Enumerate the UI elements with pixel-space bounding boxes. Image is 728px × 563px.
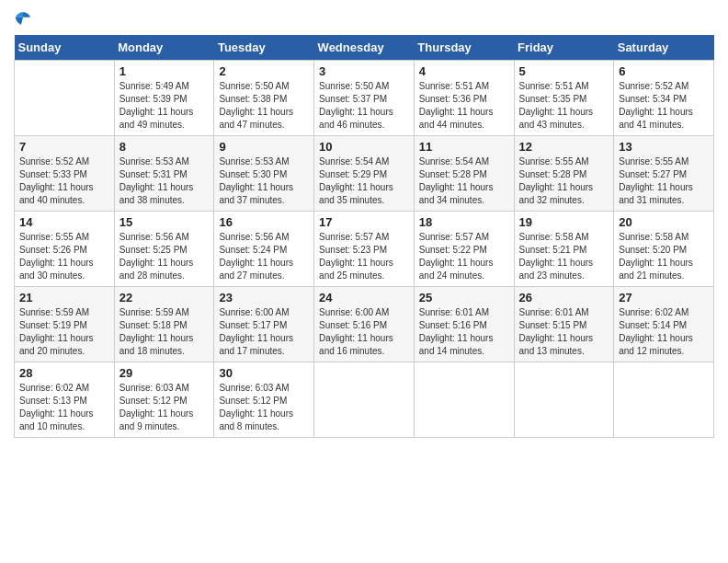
day-number: 5: [519, 64, 609, 78]
day-info: Sunrise: 6:03 AMSunset: 5:12 PMDaylight:…: [119, 382, 210, 433]
calendar-day-cell: [514, 362, 614, 438]
calendar-day-cell: 24Sunrise: 6:00 AMSunset: 5:16 PMDayligh…: [314, 287, 415, 362]
day-info: Sunrise: 5:51 AMSunset: 5:36 PMDaylight:…: [419, 80, 509, 132]
calendar-day-cell: 18Sunrise: 5:57 AMSunset: 5:22 PMDayligh…: [414, 212, 514, 287]
calendar-week-row: 14Sunrise: 5:55 AMSunset: 5:26 PMDayligh…: [15, 212, 714, 287]
day-info: Sunrise: 6:00 AMSunset: 5:16 PMDaylight:…: [319, 306, 409, 358]
day-of-week-header: Saturday: [614, 35, 714, 61]
day-info: Sunrise: 5:56 AMSunset: 5:24 PMDaylight:…: [219, 231, 309, 282]
day-number: 11: [419, 140, 509, 154]
calendar-day-cell: 20Sunrise: 5:58 AMSunset: 5:20 PMDayligh…: [614, 212, 714, 287]
day-info: Sunrise: 5:53 AMSunset: 5:31 PMDaylight:…: [119, 155, 210, 207]
day-number: 18: [419, 215, 509, 229]
day-info: Sunrise: 5:52 AMSunset: 5:33 PMDaylight:…: [19, 155, 109, 207]
day-info: Sunrise: 5:54 AMSunset: 5:29 PMDaylight:…: [319, 155, 409, 207]
day-number: 19: [519, 215, 609, 229]
calendar-day-cell: 1Sunrise: 5:49 AMSunset: 5:39 PMDaylight…: [114, 61, 214, 136]
day-number: 1: [119, 64, 210, 78]
day-info: Sunrise: 5:59 AMSunset: 5:18 PMDaylight:…: [119, 306, 210, 358]
day-info: Sunrise: 5:59 AMSunset: 5:19 PMDaylight:…: [19, 306, 109, 358]
calendar-day-cell: 6Sunrise: 5:52 AMSunset: 5:34 PMDaylight…: [614, 61, 714, 136]
day-info: Sunrise: 5:50 AMSunset: 5:38 PMDaylight:…: [219, 80, 309, 132]
day-info: Sunrise: 5:49 AMSunset: 5:39 PMDaylight:…: [119, 80, 210, 132]
day-number: 12: [519, 140, 609, 154]
day-info: Sunrise: 5:55 AMSunset: 5:27 PMDaylight:…: [619, 155, 709, 207]
calendar-day-cell: 11Sunrise: 5:54 AMSunset: 5:28 PMDayligh…: [414, 136, 514, 212]
calendar-day-cell: 13Sunrise: 5:55 AMSunset: 5:27 PMDayligh…: [614, 136, 714, 212]
calendar-day-cell: 3Sunrise: 5:50 AMSunset: 5:37 PMDaylight…: [314, 61, 415, 136]
day-of-week-header: Wednesday: [314, 35, 415, 61]
calendar-day-cell: 7Sunrise: 5:52 AMSunset: 5:33 PMDaylight…: [15, 136, 115, 212]
day-number: 29: [119, 366, 210, 380]
calendar-day-cell: [414, 362, 514, 438]
day-number: 14: [19, 215, 109, 229]
day-info: Sunrise: 6:02 AMSunset: 5:14 PMDaylight:…: [619, 306, 709, 358]
day-info: Sunrise: 5:57 AMSunset: 5:22 PMDaylight:…: [419, 231, 509, 282]
day-number: 16: [219, 215, 309, 229]
day-number: 9: [219, 140, 309, 154]
day-number: 23: [219, 291, 309, 304]
day-info: Sunrise: 5:56 AMSunset: 5:25 PMDaylight:…: [119, 231, 210, 282]
day-number: 13: [619, 140, 709, 154]
calendar-day-cell: 21Sunrise: 5:59 AMSunset: 5:19 PMDayligh…: [15, 287, 115, 362]
page-container: SundayMondayTuesdayWednesdayThursdayFrid…: [0, 0, 728, 447]
calendar-week-row: 21Sunrise: 5:59 AMSunset: 5:19 PMDayligh…: [15, 287, 714, 362]
day-number: 21: [19, 291, 109, 304]
day-info: Sunrise: 5:57 AMSunset: 5:23 PMDaylight:…: [319, 231, 409, 282]
calendar-day-cell: 5Sunrise: 5:51 AMSunset: 5:35 PMDaylight…: [514, 61, 614, 136]
calendar-day-cell: 22Sunrise: 5:59 AMSunset: 5:18 PMDayligh…: [114, 287, 214, 362]
day-number: 27: [619, 291, 709, 304]
day-number: 15: [119, 215, 210, 229]
day-info: Sunrise: 6:01 AMSunset: 5:15 PMDaylight:…: [519, 306, 609, 358]
day-info: Sunrise: 5:51 AMSunset: 5:35 PMDaylight:…: [519, 80, 609, 132]
day-of-week-header: Sunday: [15, 35, 115, 61]
day-info: Sunrise: 6:03 AMSunset: 5:12 PMDaylight:…: [219, 382, 309, 433]
day-info: Sunrise: 6:01 AMSunset: 5:16 PMDaylight:…: [419, 306, 509, 358]
day-number: 2: [219, 64, 309, 78]
day-info: Sunrise: 6:00 AMSunset: 5:17 PMDaylight:…: [219, 306, 309, 358]
day-info: Sunrise: 5:54 AMSunset: 5:28 PMDaylight:…: [419, 155, 509, 207]
calendar-day-cell: 15Sunrise: 5:56 AMSunset: 5:25 PMDayligh…: [114, 212, 214, 287]
day-info: Sunrise: 5:58 AMSunset: 5:21 PMDaylight:…: [519, 231, 609, 282]
calendar-day-cell: 8Sunrise: 5:53 AMSunset: 5:31 PMDaylight…: [114, 136, 214, 212]
day-number: 26: [519, 291, 609, 304]
calendar-day-cell: 29Sunrise: 6:03 AMSunset: 5:12 PMDayligh…: [114, 362, 214, 438]
calendar-week-row: 28Sunrise: 6:02 AMSunset: 5:13 PMDayligh…: [15, 362, 714, 438]
day-number: 30: [219, 366, 309, 380]
day-info: Sunrise: 5:55 AMSunset: 5:28 PMDaylight:…: [519, 155, 609, 207]
day-number: 4: [419, 64, 509, 78]
day-number: 17: [319, 215, 409, 229]
day-of-week-header: Tuesday: [214, 35, 314, 61]
calendar-header-row: SundayMondayTuesdayWednesdayThursdayFrid…: [15, 35, 714, 61]
calendar-day-cell: 30Sunrise: 6:03 AMSunset: 5:12 PMDayligh…: [214, 362, 314, 438]
day-of-week-header: Monday: [114, 35, 214, 61]
calendar-day-cell: 23Sunrise: 6:00 AMSunset: 5:17 PMDayligh…: [214, 287, 314, 362]
day-info: Sunrise: 5:52 AMSunset: 5:34 PMDaylight:…: [619, 80, 709, 132]
calendar-day-cell: 14Sunrise: 5:55 AMSunset: 5:26 PMDayligh…: [15, 212, 115, 287]
calendar-day-cell: [15, 61, 115, 136]
day-number: 10: [319, 140, 409, 154]
logo: [14, 9, 36, 28]
day-info: Sunrise: 6:02 AMSunset: 5:13 PMDaylight:…: [19, 382, 109, 433]
calendar-day-cell: 16Sunrise: 5:56 AMSunset: 5:24 PMDayligh…: [214, 212, 314, 287]
calendar-day-cell: [614, 362, 714, 438]
calendar-day-cell: 10Sunrise: 5:54 AMSunset: 5:29 PMDayligh…: [314, 136, 415, 212]
day-number: 24: [319, 291, 409, 304]
calendar-table: SundayMondayTuesdayWednesdayThursdayFrid…: [14, 35, 714, 438]
calendar-day-cell: [314, 362, 415, 438]
day-number: 3: [319, 64, 409, 78]
day-number: 25: [419, 291, 509, 304]
day-number: 28: [19, 366, 109, 380]
day-of-week-header: Thursday: [414, 35, 514, 61]
header: [14, 9, 714, 28]
calendar-day-cell: 17Sunrise: 5:57 AMSunset: 5:23 PMDayligh…: [314, 212, 415, 287]
day-info: Sunrise: 5:58 AMSunset: 5:20 PMDaylight:…: [619, 231, 709, 282]
day-number: 7: [19, 140, 109, 154]
day-info: Sunrise: 5:55 AMSunset: 5:26 PMDaylight:…: [19, 231, 109, 282]
day-info: Sunrise: 5:53 AMSunset: 5:30 PMDaylight:…: [219, 155, 309, 207]
calendar-day-cell: 4Sunrise: 5:51 AMSunset: 5:36 PMDaylight…: [414, 61, 514, 136]
day-number: 6: [619, 64, 709, 78]
logo-icon: [14, 9, 32, 28]
calendar-week-row: 7Sunrise: 5:52 AMSunset: 5:33 PMDaylight…: [15, 136, 714, 212]
day-number: 20: [619, 215, 709, 229]
